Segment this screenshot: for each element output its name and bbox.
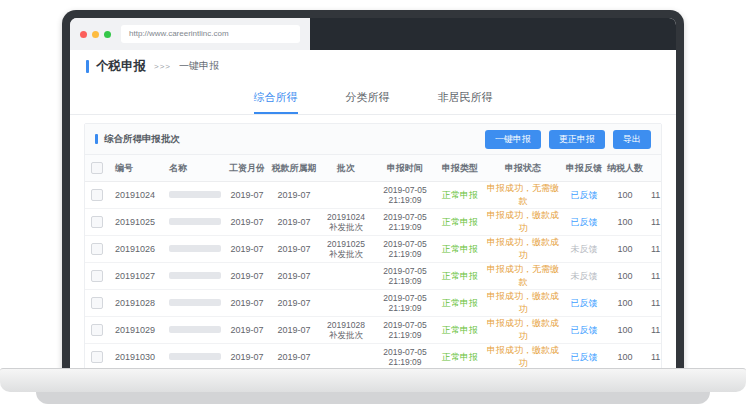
cell-taxpayers: 100: [605, 344, 645, 371]
cell-name: [163, 182, 225, 209]
cell-extra: 11: [645, 290, 661, 317]
cell-name: [163, 317, 225, 344]
panel-button-2[interactable]: 更正申报: [549, 130, 605, 149]
cell-type: 正常申报: [437, 182, 483, 209]
cell-status: 申报成功，无需缴款: [483, 182, 563, 209]
cell-batch: 20191028 补发批次: [319, 317, 373, 344]
cell-taxpayers: 100: [605, 236, 645, 263]
table-viewport: 编号名称工资月份税款所属期批次申报时间申报类型申报状态申报反馈纳税人数 2019…: [85, 155, 661, 371]
cell-feedback: 已反馈: [563, 290, 605, 317]
table-row: 201910242019-072019-072019-07-05 21:19:0…: [85, 182, 661, 209]
cell-name: [163, 209, 225, 236]
cell-tax_period: 2019-07: [269, 236, 319, 263]
row-checkbox[interactable]: [91, 189, 103, 201]
cell-status: 申报成功，缴款成功: [483, 209, 563, 236]
cell-batch: [319, 182, 373, 209]
tabs: 综合所得分类所得非居民所得: [70, 82, 676, 115]
cell-name: [163, 344, 225, 371]
select-all-checkbox[interactable]: [91, 162, 103, 174]
cell-time: 2019-07-05 21:19:09: [373, 263, 437, 290]
cell-tax_period: 2019-07: [269, 182, 319, 209]
title-accent-bar: [86, 60, 89, 73]
row-checkbox[interactable]: [91, 351, 103, 363]
cell-salary_month: 2019-07: [225, 236, 269, 263]
toolbar-left: http://www.careerintlinc.com: [70, 18, 310, 50]
cell-checkbox: [85, 290, 109, 317]
breadcrumb-separator: >>>: [154, 62, 171, 71]
redacted-name: [169, 326, 221, 333]
cell-type: 正常申报: [437, 317, 483, 344]
row-checkbox[interactable]: [91, 297, 103, 309]
cell-salary_month: 2019-07: [225, 290, 269, 317]
laptop-base: [0, 368, 746, 392]
redacted-name: [169, 299, 221, 306]
table-row: 201910272019-072019-072019-07-05 21:19:0…: [85, 263, 661, 290]
traffic-lights: [80, 31, 116, 38]
cell-salary_month: 2019-07: [225, 263, 269, 290]
cell-id: 20191027: [109, 263, 163, 290]
cell-time: 2019-07-05 21:19:09: [373, 236, 437, 263]
close-dot-icon[interactable]: [80, 31, 87, 38]
cell-batch: [319, 344, 373, 371]
cell-feedback: 已反馈: [563, 182, 605, 209]
cell-salary_month: 2019-07: [225, 344, 269, 371]
cell-batch: [319, 290, 373, 317]
cell-id: 20191025: [109, 209, 163, 236]
minimize-dot-icon[interactable]: [92, 31, 99, 38]
cell-id: 20191028: [109, 290, 163, 317]
cell-tax_period: 2019-07: [269, 209, 319, 236]
cell-checkbox: [85, 236, 109, 263]
batch-table: 编号名称工资月份税款所属期批次申报时间申报类型申报状态申报反馈纳税人数 2019…: [85, 155, 661, 371]
cell-id: 20191030: [109, 344, 163, 371]
row-checkbox[interactable]: [91, 243, 103, 255]
cell-name: [163, 290, 225, 317]
tab-3[interactable]: 非居民所得: [438, 82, 493, 114]
cell-name: [163, 263, 225, 290]
cell-time: 2019-07-05 21:19:09: [373, 182, 437, 209]
column-header-11: [645, 155, 661, 182]
cell-checkbox: [85, 182, 109, 209]
cell-checkbox: [85, 317, 109, 344]
cell-extra: 11: [645, 317, 661, 344]
cell-feedback: 已反馈: [563, 317, 605, 344]
cell-extra: 11: [645, 344, 661, 371]
row-checkbox[interactable]: [91, 324, 103, 336]
cell-status: 申报成功，缴款成功: [483, 236, 563, 263]
column-header-2: 名称: [163, 155, 225, 182]
cell-type: 正常申报: [437, 236, 483, 263]
table-body: 201910242019-072019-072019-07-05 21:19:0…: [85, 182, 661, 371]
column-header-8: 申报状态: [483, 155, 563, 182]
panel-button-1[interactable]: 一键申报: [485, 130, 541, 149]
cell-checkbox: [85, 263, 109, 290]
tab-2[interactable]: 分类所得: [346, 82, 390, 114]
column-header-6: 申报时间: [373, 155, 437, 182]
cell-salary_month: 2019-07: [225, 317, 269, 344]
cell-tax_period: 2019-07: [269, 317, 319, 344]
table-header-row: 编号名称工资月份税款所属期批次申报时间申报类型申报状态申报反馈纳税人数: [85, 155, 661, 182]
column-header-3: 工资月份: [225, 155, 269, 182]
cell-salary_month: 2019-07: [225, 209, 269, 236]
table-row: 201910302019-072019-072019-07-05 21:19:0…: [85, 344, 661, 371]
panel-buttons: 一键申报更正申报导出: [477, 130, 651, 149]
cell-batch: 20191024 补发批次: [319, 209, 373, 236]
redacted-name: [169, 353, 221, 360]
cell-status: 申报成功，缴款成功: [483, 344, 563, 371]
panel-button-3[interactable]: 导出: [613, 130, 651, 149]
cell-extra: 11: [645, 236, 661, 263]
cell-tax_period: 2019-07: [269, 344, 319, 371]
header-checkbox-cell: [85, 155, 109, 182]
row-checkbox[interactable]: [91, 270, 103, 282]
cell-type: 正常申报: [437, 209, 483, 236]
maximize-dot-icon[interactable]: [104, 31, 111, 38]
cell-checkbox: [85, 344, 109, 371]
redacted-name: [169, 272, 221, 279]
redacted-name: [169, 191, 221, 198]
panel-title: 综合所得申报批次: [104, 133, 180, 146]
url-bar[interactable]: http://www.careerintlinc.com: [121, 25, 300, 43]
cell-taxpayers: 100: [605, 263, 645, 290]
cell-type: 正常申报: [437, 344, 483, 371]
row-checkbox[interactable]: [91, 216, 103, 228]
column-header-5: 批次: [319, 155, 373, 182]
page-content: 个税申报 >>> 一键申报 综合所得分类所得非居民所得 综合所得申报批次 一键申…: [70, 50, 676, 372]
tab-1[interactable]: 综合所得: [254, 82, 298, 114]
